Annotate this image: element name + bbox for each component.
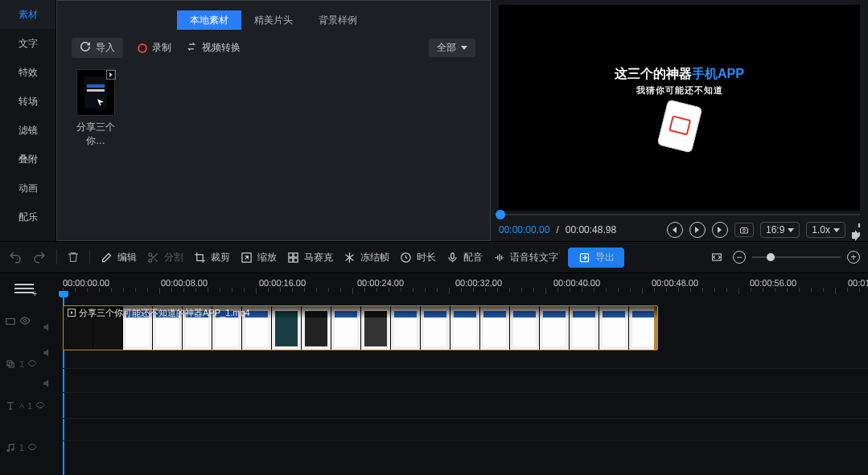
svg-rect-0 [740, 228, 747, 234]
crop-button[interactable]: 裁剪 [193, 251, 230, 264]
zoom-in-button[interactable] [847, 251, 860, 264]
chevron-down-icon [788, 228, 794, 232]
aspect-dropdown[interactable]: 16:9 [760, 222, 800, 238]
split-button[interactable]: 分割 [146, 251, 183, 264]
mosaic-label: 马赛克 [304, 251, 333, 264]
next-button[interactable] [712, 222, 728, 238]
media-filter-dropdown[interactable]: 全部 [429, 39, 475, 57]
text-track-header[interactable]: A1 [5, 400, 45, 412]
media-tab-intro[interactable]: 精美片头 [241, 10, 306, 30]
scrubber-handle[interactable] [496, 210, 505, 219]
snapshot-button[interactable] [734, 223, 754, 237]
side-tab-filter[interactable]: 滤镜 [0, 116, 56, 145]
filter-label: 全部 [437, 41, 456, 55]
preview-scrubber[interactable] [499, 214, 860, 215]
speaker-icon[interactable] [42, 321, 53, 333]
svg-point-1 [743, 229, 745, 231]
overlay-track-header[interactable]: 1 [5, 358, 45, 370]
record-button[interactable]: 录制 [138, 41, 171, 55]
prev-button[interactable] [667, 222, 683, 238]
empty-track[interactable] [63, 418, 868, 439]
fullscreen-icon [858, 223, 860, 236]
dub-button[interactable]: 配音 [446, 251, 483, 264]
svg-rect-10 [450, 252, 454, 258]
stt-button[interactable]: 语音转文字 [492, 251, 558, 264]
zoom-handle[interactable] [767, 253, 775, 261]
play-icon [68, 309, 76, 317]
empty-track[interactable] [63, 392, 868, 413]
stt-label: 语音转文字 [510, 251, 558, 264]
side-tab-text[interactable]: 文字 [0, 29, 56, 58]
import-button[interactable]: 导入 [72, 38, 123, 58]
side-tab-anim[interactable]: 动画 [0, 174, 56, 203]
export-label: 导出 [595, 251, 615, 264]
convert-button[interactable]: 视频转换 [186, 41, 241, 55]
pencil-icon [100, 251, 113, 264]
eye-icon [19, 315, 31, 328]
track-menu-button[interactable]: + [14, 281, 34, 296]
empty-track[interactable] [63, 368, 868, 389]
empty-track[interactable] [63, 440, 868, 461]
media-tab-bg[interactable]: 背景样例 [306, 10, 370, 30]
ruler-label: 00:00:16.00 [259, 278, 306, 288]
fit-button[interactable] [710, 252, 723, 263]
edit-button[interactable]: 编辑 [100, 251, 137, 264]
ruler-label: 00:01:0 [848, 278, 868, 288]
freeze-label: 冻结帧 [360, 251, 389, 264]
ruler-label: 00:00:32.00 [455, 278, 502, 288]
audio-track-header[interactable]: 1 [5, 442, 45, 453]
speaker-icon[interactable] [42, 378, 53, 389]
ruler-label: 00:00:56.00 [750, 278, 796, 288]
speaker-icon[interactable] [42, 347, 53, 358]
fullscreen-button[interactable] [858, 224, 860, 235]
svg-point-2 [148, 252, 151, 256]
chevron-down-icon [461, 46, 467, 50]
export-icon [578, 251, 590, 264]
swap-icon [186, 41, 197, 55]
export-button[interactable]: 导出 [568, 248, 624, 268]
side-tab-overlay[interactable]: 叠附 [0, 145, 56, 174]
zoom-slider[interactable] [752, 256, 841, 258]
side-tab-transition[interactable]: 转场 [0, 87, 56, 116]
video-preview[interactable]: 这三个的神器手机APP 我猜你可能还不知道 [499, 5, 860, 211]
side-tab-fx[interactable]: 特效 [0, 58, 56, 87]
clock-icon [399, 251, 412, 264]
video-track-header[interactable] [5, 315, 45, 328]
svg-rect-5 [288, 252, 292, 256]
eye-icon [35, 400, 45, 412]
undo-button[interactable] [8, 250, 23, 264]
play-button[interactable] [689, 222, 706, 238]
freeze-button[interactable]: 冻结帧 [343, 251, 389, 264]
speed-label: 1.0x [812, 224, 830, 235]
track-index: 1 [19, 359, 24, 369]
side-tabs: 素材 文字 特效 转场 滤镜 叠附 动画 配乐 [0, 0, 56, 241]
voice-to-text-icon [492, 251, 505, 264]
preview-text-1b: 手机APP [692, 67, 744, 80]
clip-play-icon[interactable] [106, 70, 116, 80]
duration-label: 时长 [417, 251, 436, 264]
duration-button[interactable]: 时长 [399, 251, 436, 264]
ruler-label: 00:00:24.00 [357, 278, 404, 288]
svg-rect-7 [288, 258, 292, 262]
timecode-current: 00:00:00.00 [499, 224, 549, 235]
ruler-label: 00:00:00.00 [63, 278, 109, 288]
media-tab-local[interactable]: 本地素材 [177, 10, 241, 30]
side-tab-music[interactable]: 配乐 [0, 203, 56, 231]
timeline-clip[interactable]: 分享三个你可能还不知道的神器APP_1.mp4 [63, 305, 658, 350]
ruler-label: 00:00:40.00 [553, 278, 600, 288]
track-index: 1 [19, 443, 24, 452]
scale-button[interactable]: 缩放 [240, 251, 277, 264]
delete-button[interactable] [67, 251, 80, 264]
media-clip[interactable]: 分享三个你… [72, 69, 120, 148]
side-tab-material[interactable]: 素材 [0, 0, 56, 29]
zoom-out-button[interactable] [733, 251, 746, 264]
mosaic-button[interactable]: 马赛克 [286, 251, 333, 264]
timeline-panel: + 1 A1 1 00:00:00.00 00:00:08.00 00:00:1… [0, 273, 868, 475]
speed-dropdown[interactable]: 1.0x [806, 222, 845, 238]
svg-rect-6 [294, 252, 298, 256]
refresh-icon [80, 41, 91, 55]
preview-text-2: 我猜你可能还不知道 [615, 84, 744, 96]
crop-label: 裁剪 [211, 251, 230, 264]
redo-button[interactable] [32, 250, 47, 264]
time-ruler[interactable]: 00:00:00.00 00:00:08.00 00:00:16.00 00:0… [63, 276, 868, 296]
